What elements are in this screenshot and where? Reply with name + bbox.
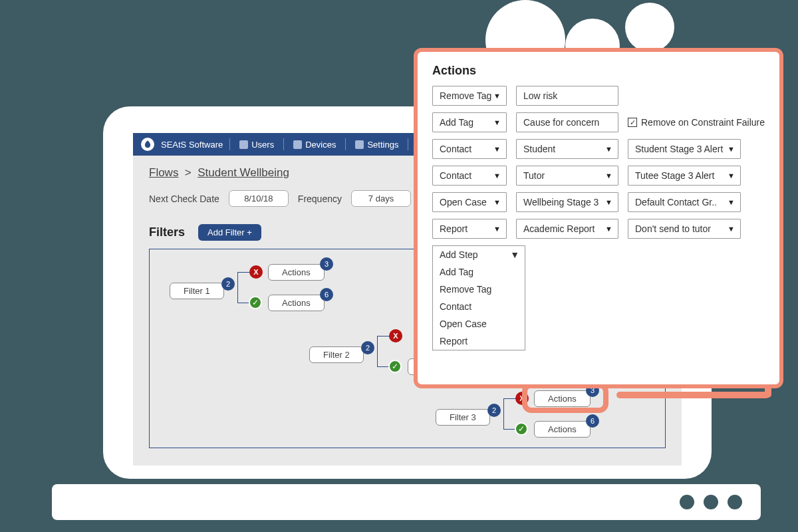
dropdown-label: Student Stage 3 Alert xyxy=(635,144,723,154)
action-value-input[interactable]: Low risk xyxy=(516,86,618,106)
action-type-dropdown[interactable]: Remove Tag▼ xyxy=(432,86,507,106)
chevron-down-icon: ▼ xyxy=(728,172,735,180)
action-value-input[interactable]: Cause for concern xyxy=(516,112,618,132)
checkbox-label: Remove on Constraint Failure xyxy=(641,117,765,128)
chevron-down-icon: ▼ xyxy=(605,172,612,180)
dropdown-label: Open Case xyxy=(440,197,487,207)
actions-title: Actions xyxy=(432,64,765,78)
action-template-dropdown[interactable]: Default Contact Gr..▼ xyxy=(628,192,741,212)
action-type-dropdown[interactable]: Contact▼ xyxy=(432,166,507,186)
chevron-down-icon: ▼ xyxy=(493,198,501,206)
chevron-down-icon: ▼ xyxy=(493,92,501,100)
dropdown-label: Report xyxy=(440,223,467,234)
remove-on-failure-checkbox[interactable]: ✓ Remove on Constraint Failure xyxy=(628,117,765,128)
dropdown-label: Tutee Stage 3 Alert xyxy=(635,170,714,181)
dropdown-label: Contact xyxy=(440,170,471,181)
add-step-dropdown[interactable]: Add Step▼ xyxy=(433,246,525,263)
add-step-option[interactable]: Open Case xyxy=(433,315,525,332)
dropdown-label: Wellbeing Stage 3 xyxy=(523,197,598,207)
dropdown-label: Default Contact Gr.. xyxy=(635,197,717,207)
chevron-down-icon: ▼ xyxy=(493,172,501,180)
actions-popover: Actions Remove Tag▼ Low risk Add Tag▼ Ca… xyxy=(414,48,783,388)
action-template-dropdown[interactable]: Tutee Stage 3 Alert▼ xyxy=(628,166,741,186)
dropdown-label: Student xyxy=(523,144,555,154)
dropdown-label: Don't send to tutor xyxy=(635,223,711,234)
laptop-base xyxy=(52,484,761,520)
add-step-option[interactable]: Add Tag xyxy=(433,263,525,281)
action-type-dropdown[interactable]: Open Case▼ xyxy=(432,192,507,212)
add-step-menu: Add Step▼ Add Tag Remove Tag Contact Ope… xyxy=(432,245,525,350)
decorative-dots xyxy=(680,495,742,509)
add-step-option[interactable]: Report xyxy=(433,332,525,350)
action-type-dropdown[interactable]: Add Tag▼ xyxy=(432,112,507,132)
callout-connector xyxy=(616,392,769,398)
action-template-dropdown[interactable]: Don't send to tutor▼ xyxy=(628,219,741,239)
dot-icon xyxy=(680,495,694,509)
dot-icon xyxy=(704,495,718,509)
chevron-down-icon: ▼ xyxy=(493,225,501,233)
chevron-down-icon: ▼ xyxy=(728,198,735,206)
action-target-dropdown[interactable]: Tutor▼ xyxy=(516,166,618,186)
dropdown-label: Add Tag xyxy=(440,117,473,128)
dropdown-label: Academic Report xyxy=(523,223,595,234)
checkbox-icon: ✓ xyxy=(628,118,637,127)
chevron-down-icon: ▼ xyxy=(605,225,612,233)
dropdown-label: Remove Tag xyxy=(440,90,491,101)
dropdown-label: Contact xyxy=(440,144,471,154)
action-target-dropdown[interactable]: Academic Report▼ xyxy=(516,219,618,239)
action-type-dropdown[interactable]: Contact▼ xyxy=(432,139,507,159)
decorative-bubble xyxy=(625,3,674,52)
add-step-option[interactable]: Remove Tag xyxy=(433,281,525,298)
action-type-dropdown[interactable]: Report▼ xyxy=(432,219,507,239)
dot-icon xyxy=(728,495,742,509)
action-target-dropdown[interactable]: Student▼ xyxy=(516,139,618,159)
chevron-down-icon: ▼ xyxy=(605,198,612,206)
chevron-down-icon: ▼ xyxy=(493,145,501,153)
chevron-down-icon: ▼ xyxy=(728,145,735,153)
action-template-dropdown[interactable]: Student Stage 3 Alert▼ xyxy=(628,139,741,159)
chevron-down-icon: ▼ xyxy=(605,145,612,153)
dropdown-label: Add Step xyxy=(440,249,478,260)
chevron-down-icon: ▼ xyxy=(493,118,501,126)
chevron-down-icon: ▼ xyxy=(510,249,519,260)
add-step-option[interactable]: Contact xyxy=(433,298,525,315)
dropdown-label: Tutor xyxy=(523,170,545,181)
chevron-down-icon: ▼ xyxy=(728,225,735,233)
action-target-dropdown[interactable]: Wellbeing Stage 3▼ xyxy=(516,192,618,212)
